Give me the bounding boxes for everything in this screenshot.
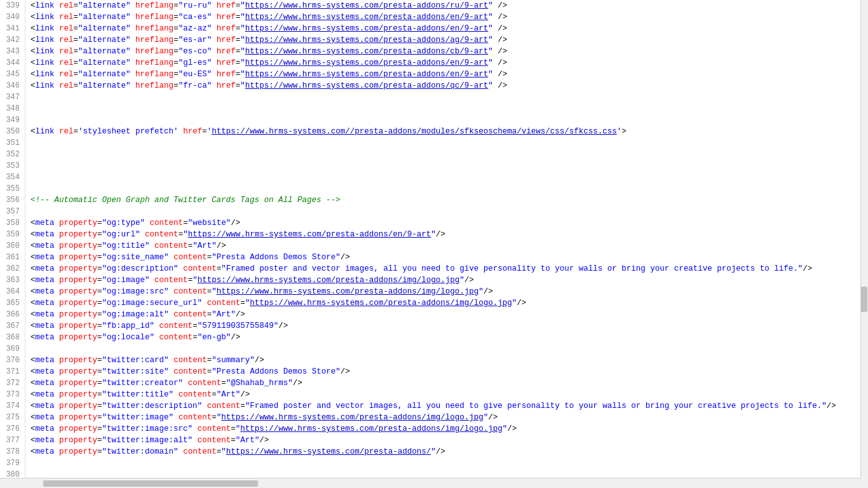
code-line-343: <link rel="alternate" hreflang="es-co" h… — [31, 46, 868, 57]
code-viewer: 339 340 341 342 343 344 345 346 347 348 … — [0, 0, 868, 488]
vertical-scrollbar[interactable] — [860, 0, 868, 478]
code-line-374: <meta property="twitter:description" con… — [31, 400, 868, 412]
code-line-353 — [31, 160, 868, 172]
code-line-373: <meta property="twitter:title" content="… — [31, 389, 868, 400]
code-line-375: <meta property="twitter:image" content="… — [31, 412, 868, 423]
code-line-354 — [31, 172, 868, 183]
code-line-342: <link rel="alternate" hreflang="es-ar" h… — [31, 34, 868, 46]
code-line-372: <meta property="twitter:creator" content… — [31, 377, 868, 389]
code-line-361: <meta property="og:site_name" content="P… — [31, 252, 868, 263]
code-line-366: <meta property="og:image:alt" content="A… — [31, 309, 868, 320]
horizontal-scrollbar[interactable] — [0, 478, 860, 488]
scrollbar-corner — [860, 478, 868, 488]
line-numbers: 339 340 341 342 343 344 345 346 347 348 … — [0, 0, 25, 488]
horizontal-scrollbar-thumb[interactable] — [43, 480, 259, 487]
code-line-340: <link rel="alternate" hreflang="ca-es" h… — [31, 11, 868, 23]
code-line-363: <meta property="og:image" content="https… — [31, 274, 868, 286]
code-line-377: <meta property="twitter:image:alt" conte… — [31, 435, 868, 446]
code-line-365: <meta property="og:image:secure_url" con… — [31, 297, 868, 309]
code-line-346: <link rel="alternate" hreflang="fr-ca" h… — [31, 80, 868, 92]
code-line-368: <meta property="og:locale" content="en-g… — [31, 332, 868, 343]
code-line-367: <meta property="fb:app_id" content="5791… — [31, 320, 868, 332]
code-line-348 — [31, 103, 868, 114]
code-line-359: <meta property="og:url" content="https:/… — [31, 229, 868, 240]
code-line-370: <meta property="twitter:card" content="s… — [31, 355, 868, 366]
code-line-357 — [31, 206, 868, 217]
code-line-350: <link rel='stylesheet prefetch' href='ht… — [31, 126, 868, 137]
code-line-360: <meta property="og:title" content="Art"/… — [31, 240, 868, 252]
code-line-369 — [31, 343, 868, 355]
code-line-344: <link rel="alternate" hreflang="gl-es" h… — [31, 57, 868, 69]
code-line-352 — [31, 149, 868, 160]
code-line-364: <meta property="og:image:src" content="h… — [31, 286, 868, 297]
code-line-347 — [31, 92, 868, 103]
code-line-356: <!-- Automatic Open Graph and Twitter Ca… — [31, 194, 868, 206]
code-line-376: <meta property="twitter:image:src" conte… — [31, 423, 868, 435]
code-line-339: <link rel="alternate" hreflang="ru-ru" h… — [31, 0, 868, 11]
code-line-378: <meta property="twitter:domain" content=… — [31, 446, 868, 458]
code-line-345: <link rel="alternate" hreflang="eu-ES" h… — [31, 69, 868, 80]
code-line-358: <meta property="og:type" content="websit… — [31, 217, 868, 229]
code-line-362: <meta property="og:description" content=… — [31, 263, 868, 274]
code-line-341: <link rel="alternate" hreflang="az-az" h… — [31, 23, 868, 34]
vertical-scrollbar-thumb[interactable] — [861, 287, 867, 312]
code-line-371: <meta property="twitter:site" content="P… — [31, 366, 868, 377]
code-line-349 — [31, 114, 868, 126]
code-line-379 — [31, 458, 868, 469]
code-area: 339 340 341 342 343 344 345 346 347 348 … — [0, 0, 868, 488]
code-line-351 — [31, 137, 868, 149]
code-line-355 — [31, 183, 868, 194]
code-content[interactable]: <link rel="alternate" hreflang="ru-ru" h… — [25, 0, 868, 488]
